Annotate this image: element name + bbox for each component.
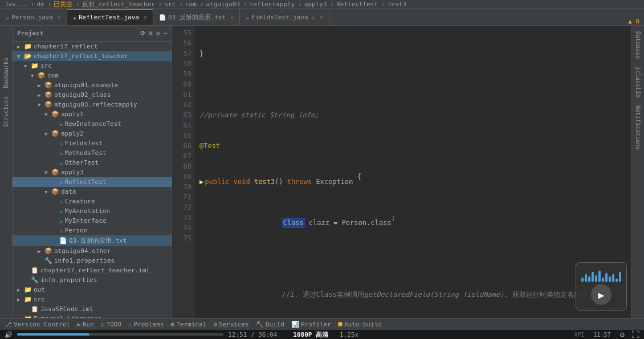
version-control-label: Version Control	[14, 321, 70, 328]
close-icon[interactable]: ×	[144, 14, 147, 21]
close-icon[interactable]: ×	[58, 14, 61, 21]
pkg-icon: 📦	[44, 81, 52, 89]
settings-icon[interactable]: ⚙	[156, 30, 160, 37]
pkg-icon: 📦	[44, 91, 52, 99]
tree-item-apply2[interactable]: ▼ 📦 apply2	[13, 129, 172, 138]
tab-txt[interactable]: 📄 03-反射的应用.txt ×	[153, 9, 240, 25]
code-line-55: }	[199, 48, 627, 59]
tree-item-creature[interactable]: ☕ Creature	[13, 197, 172, 206]
tree-item-myinterface[interactable]: ☕ MyInterface	[13, 216, 172, 226]
terminal-button[interactable]: ⊞ Terminal	[171, 321, 207, 328]
tab-person[interactable]: ☕ Person.java ×	[0, 9, 67, 25]
tree-label: atguigu01.example	[54, 81, 119, 89]
java-icon: ☕	[59, 140, 63, 147]
run-button[interactable]: ▶ Run	[77, 321, 94, 328]
tree-item-com[interactable]: ▼ 📦 com	[13, 71, 172, 80]
fullscreen-icon[interactable]: ⛶	[631, 330, 639, 339]
profiler-label: Profiler	[301, 321, 331, 328]
build-button[interactable]: 🔨 Build	[256, 321, 284, 328]
tree-item-info1[interactable]: 🔧 info1.properties	[13, 256, 172, 266]
main-area: Bookmarks Structure Project ⟳ ≡ ⚙ ⋯ ▶ 📁 …	[0, 26, 644, 318]
tree-item-apply3[interactable]: ▼ 📦 apply3	[13, 168, 172, 177]
tree-item-extlib[interactable]: ▶ 📁 External Libraries	[13, 314, 172, 318]
tree-item-atguigu03[interactable]: ▼ 📦 atguigu03.reflectapply	[13, 100, 172, 109]
right-tab-notifications[interactable]: Notifications	[634, 102, 642, 153]
tree-item-apply1[interactable]: ▼ 📦 apply1	[13, 109, 172, 119]
right-tab-jclasslib[interactable]: jclasslib	[634, 63, 642, 101]
code-line-62: //1. 通过Class实例调用getDeclaredField(String …	[199, 284, 627, 305]
profiler-button[interactable]: 📊 Profiler	[291, 321, 331, 328]
code-line-56	[199, 79, 627, 89]
expand-arrow: ▼	[44, 170, 51, 175]
tab-fieldstest[interactable]: ☕ FieldsTest.java ⚠ ×	[240, 9, 329, 25]
video-progress-track[interactable]	[17, 333, 223, 336]
sidebar-tab-structure[interactable]: Structure	[2, 93, 10, 130]
tree-item-atguigu02[interactable]: ▶ 📦 atguigu02_class	[13, 90, 172, 100]
close-icon[interactable]: ×	[230, 14, 234, 21]
breadcrumb: 反射_reflect_teacher	[82, 0, 155, 9]
expand-arrow: ▼	[24, 63, 31, 69]
autobuild-button[interactable]: Auto-build	[338, 321, 382, 328]
expand-arrow: ▶	[38, 83, 44, 88]
breadcrumb: atguigu03	[206, 1, 240, 8]
tree-item-txt03[interactable]: 📄 03-反射的应用.txt	[13, 235, 172, 246]
tree-label: MyInterface	[65, 217, 107, 224]
tree-item-src2[interactable]: ▶ 📁 src	[13, 295, 172, 304]
services-button[interactable]: ⚙ Services	[213, 321, 249, 328]
profiler-icon: 📊	[291, 321, 299, 328]
tree-item-othertest[interactable]: ☕ OtherTest	[13, 158, 172, 168]
tree-item-data[interactable]: ▼ 📦 data	[13, 187, 172, 197]
tree-item-chapter17t[interactable]: ▼ 📂 chapter17_reflect_teacher	[13, 51, 172, 61]
tree-item-atguigu01[interactable]: ▶ 📦 atguigu01.example	[13, 80, 172, 90]
close-icon[interactable]: ×	[320, 14, 323, 21]
autobuild-status-dot	[338, 322, 343, 326]
run-label: Run	[83, 321, 94, 328]
problems-button[interactable]: ⚠ Problems	[128, 321, 164, 328]
tree-item-newinstance[interactable]: ☕ NewInstanceTest	[13, 119, 172, 129]
sidebar-toolbar: ⟳ ≡ ⚙ ⋯	[140, 30, 167, 37]
collapse-icon[interactable]: ≡	[149, 30, 153, 37]
tree-item-reflecttest[interactable]: ☕ ReflectTest	[13, 177, 172, 187]
todo-button[interactable]: ☑ TODO	[101, 321, 121, 328]
tree-item-out[interactable]: ▶ 📁 out	[13, 285, 172, 295]
problems-label: Problems	[134, 321, 164, 328]
tab-label: FieldsTest.java	[251, 14, 308, 21]
tree-item-fieldstest[interactable]: ☕ FieldsTest	[13, 138, 172, 148]
vol-icon[interactable]: 🔊	[5, 331, 13, 338]
right-tab-database[interactable]: Database	[634, 28, 642, 62]
sidebar-tab-bookmarks[interactable]: Bookmarks	[2, 54, 10, 92]
project-tree: Project ⟳ ≡ ⚙ ⋯ ▶ 📁 chapter17_reflect ▼ …	[13, 26, 172, 318]
exec-arrow-icon: ▶	[199, 177, 203, 187]
tab-label: Person.java	[11, 14, 53, 21]
pkg-icon: 📦	[44, 247, 52, 255]
tree-label: Person	[65, 227, 88, 234]
tree-item-src[interactable]: ▼ 📁 src	[13, 61, 172, 71]
run-icon: ▶	[77, 321, 81, 328]
tree-label: atguigu04.other	[54, 247, 111, 255]
tree-item-infoprop[interactable]: 🔧 info.properties	[13, 275, 172, 285]
tree-item-chapter17[interactable]: ▶ 📁 chapter17_reflect	[13, 42, 172, 51]
tree-label: MyAnnotation	[65, 207, 110, 215]
more-icon[interactable]: ⋯	[163, 30, 167, 37]
tree-label: chapter17_reflect_teacher	[34, 52, 128, 60]
play-button[interactable]: ▶	[591, 284, 612, 305]
class-highlight: Class	[282, 218, 305, 228]
tree-item-javasecode[interactable]: 📋 JavaSECode.iml	[13, 304, 172, 314]
tree-item-myannotation[interactable]: ☕ MyAnnotation	[13, 206, 172, 216]
tree-item-chapter17iml[interactable]: 📋 chapter17_reflect_teacher.iml	[13, 266, 172, 275]
settings-icon[interactable]: ⚙	[620, 330, 625, 339]
sidebar-header: Project ⟳ ≡ ⚙ ⋯	[13, 26, 172, 42]
refresh-icon[interactable]: ⟳	[140, 30, 145, 37]
tree-item-person[interactable]: ☕ Person	[13, 226, 172, 235]
tab-reflecttest[interactable]: ☕ ReflectTest.java ×	[67, 9, 153, 25]
video-speed[interactable]: 1.25x	[340, 331, 358, 338]
src-icon: 📁	[31, 62, 39, 70]
build-icon: 🔨	[256, 321, 264, 328]
code-editor[interactable]: 55 56 57 58 59 60 61 62 63 64 65 66 67 6…	[172, 26, 631, 318]
code-line-58: @Test	[199, 141, 627, 151]
video-progress-fill	[17, 333, 89, 336]
tree-item-methodstest[interactable]: ☕ MethodsTest	[13, 148, 172, 158]
java-icon: ☕	[59, 207, 63, 215]
tree-item-atguigu04[interactable]: ▶ 📦 atguigu04.other	[13, 246, 172, 256]
version-control-button[interactable]: ⎇ Version Control	[5, 321, 70, 328]
